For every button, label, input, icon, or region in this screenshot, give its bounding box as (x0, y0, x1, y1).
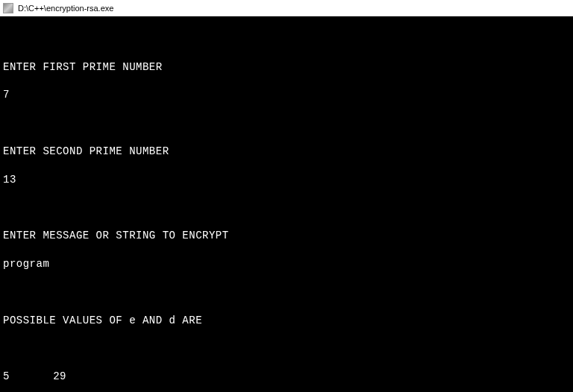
value-second-prime: 13 (3, 173, 570, 187)
table-header: POSSIBLE VALUES OF e AND d ARE (3, 314, 570, 328)
blank-line (3, 116, 570, 130)
blank-line (3, 201, 570, 215)
window-title-bar: D:\C++\encryption-rsa.exe (0, 0, 573, 16)
console-output: ENTER FIRST PRIME NUMBER 7 ENTER SECOND … (0, 16, 573, 392)
col-d: 29 (53, 370, 66, 384)
blank-line (3, 285, 570, 300)
value-first-prime: 7 (3, 88, 570, 102)
window-title: D:\C++\encryption-rsa.exe (18, 4, 113, 13)
blank-line (3, 341, 570, 355)
console-icon (3, 3, 13, 13)
prompt-message: ENTER MESSAGE OR STRING TO ENCRYPT (3, 229, 570, 243)
col-e: 5 (3, 370, 53, 384)
prompt-first-prime: ENTER FIRST PRIME NUMBER (3, 60, 570, 75)
prompt-second-prime: ENTER SECOND PRIME NUMBER (3, 145, 570, 159)
blank-line (3, 32, 570, 46)
value-message: program (3, 257, 570, 271)
table-row: 529 (3, 370, 570, 384)
